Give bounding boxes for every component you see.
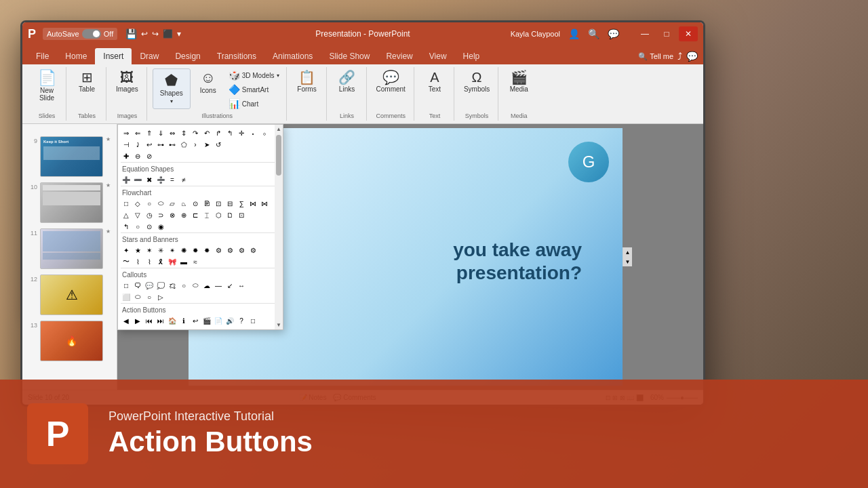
tab-insert[interactable]: Insert <box>95 48 132 64</box>
fc-display[interactable]: ⊏ <box>190 209 201 220</box>
gear4[interactable]: ⚙ <box>248 245 258 256</box>
slide-thumb-9[interactable]: 9 Keep it Short ★ <box>25 135 114 178</box>
comment-btn[interactable]: 💬 <box>686 51 698 62</box>
media-button[interactable]: 🎬 Media <box>504 68 534 95</box>
shape-u-turn[interactable]: ↩ <box>144 139 155 150</box>
shape-notched2[interactable]: ⊷ <box>167 139 178 150</box>
shape-quad-arrow[interactable]: ✛ <box>236 127 247 138</box>
shape-striped[interactable]: ⊶ <box>155 139 166 150</box>
slide-thumb-13[interactable]: 13 🔥 <box>25 319 114 363</box>
fc-loop4[interactable]: ◉ <box>155 221 166 232</box>
star-4pt[interactable]: ✦ <box>121 245 132 256</box>
callout-line[interactable]: — <box>213 280 224 291</box>
fc-oval[interactable]: ⬭ <box>155 198 166 209</box>
shape-left-right-up[interactable]: ⊣ <box>121 139 132 150</box>
eq-minus[interactable]: ➖ <box>132 174 143 185</box>
callout-accent[interactable]: 💬 <box>144 280 155 291</box>
icons-button[interactable]: ☺ Icons <box>193 68 223 96</box>
shape-minus2[interactable]: ⊖ <box>132 150 143 161</box>
comment-button[interactable]: 💬 Comment <box>372 68 410 95</box>
slide-thumb-11[interactable]: 11 ★ <box>25 227 114 270</box>
links-button[interactable]: 🔗 Links <box>332 68 362 95</box>
star-10pt[interactable]: ✺ <box>178 245 189 256</box>
eq-multiply[interactable]: ✖ <box>144 174 155 185</box>
shape-no[interactable]: ⊘ <box>144 150 155 161</box>
star-5pt[interactable]: ★ <box>132 245 143 256</box>
table-button[interactable]: ⊞ Table <box>72 68 102 95</box>
fc-loop3[interactable]: ⊙ <box>144 221 155 232</box>
fc-round[interactable]: ○ <box>144 198 155 209</box>
tab-draw[interactable]: Draw <box>132 48 167 64</box>
text-button[interactable]: A Text <box>420 68 450 95</box>
action-end[interactable]: ⏭ <box>155 315 166 326</box>
callout-rect[interactable]: □ <box>121 280 132 291</box>
canvas-scrollbar[interactable]: ▲ ▼ <box>623 247 632 266</box>
callout-border2[interactable]: 🗯 <box>167 280 178 291</box>
tab-design[interactable]: Design <box>167 48 208 64</box>
fc-storeddata[interactable]: ◷ <box>144 209 155 220</box>
new-slide-button[interactable]: 📄 New Slide <box>32 68 62 104</box>
shape-chevron[interactable]: › <box>190 139 201 150</box>
fc-cylinder[interactable]: ⊙ <box>190 198 201 209</box>
fc-sort[interactable]: ⋈ <box>259 198 270 209</box>
star-8pt[interactable]: ✴ <box>167 245 178 256</box>
shapes-scroll-down[interactable]: ▼ <box>275 321 283 329</box>
callout-right[interactable]: ▷ <box>155 291 166 302</box>
shape-plus[interactable]: ✚ <box>121 150 132 161</box>
shapes-scroll-thumb[interactable] <box>276 135 281 176</box>
chart-button[interactable]: 📊 Chart <box>226 97 282 110</box>
banner-wave[interactable]: 〜 <box>121 256 132 267</box>
shape-curved-right[interactable]: ↷ <box>190 127 201 138</box>
fc-collate[interactable]: ⋈ <box>248 198 258 209</box>
callout-bent[interactable]: ↙ <box>224 280 235 291</box>
gear1[interactable]: ⚙ <box>213 245 224 256</box>
comments-icon[interactable]: 💬 <box>608 28 619 39</box>
search-icon[interactable]: 🔍 <box>588 28 599 39</box>
share-icon[interactable]: 👤 <box>568 28 580 39</box>
shape-strip[interactable]: ⬦ <box>259 127 270 138</box>
eq-divide[interactable]: ➗ <box>155 174 166 185</box>
save-icon[interactable]: 💾 <box>125 28 137 39</box>
shape-pentagon[interactable]: ⬠ <box>178 139 189 150</box>
shape-arrow-left[interactable]: ⇐ <box>132 127 143 138</box>
shape-arrow-up[interactable]: ⇑ <box>144 127 155 138</box>
eq-equal[interactable]: = <box>167 174 178 185</box>
callout-arrow-rect[interactable]: ⬜ <box>121 291 132 302</box>
images-button[interactable]: 🖼 Images <box>112 68 142 95</box>
callout-arrow-round[interactable]: ⬭ <box>132 291 143 302</box>
shape-notched[interactable]: ⬩ <box>248 127 258 138</box>
star-16pt[interactable]: ✸ <box>201 245 212 256</box>
fc-rect[interactable]: □ <box>121 198 132 209</box>
fc-direct-access[interactable]: ⊕ <box>178 209 189 220</box>
symbols-button[interactable]: Ω Symbols <box>460 68 494 95</box>
shapes-scroll-up[interactable]: ▲ <box>275 125 283 134</box>
autosave-switch[interactable] <box>82 29 101 39</box>
fc-manual-op[interactable]: ⌶ <box>201 209 212 220</box>
shape-bent-left[interactable]: ↰ <box>224 127 235 138</box>
action-sound[interactable]: 🔊 <box>224 315 235 326</box>
fc-merge[interactable]: ▽ <box>132 209 143 220</box>
shapes-scroll-area[interactable]: ⇒ ⇐ ⇑ ⇓ ⇔ ⇕ ↷ ↶ ↱ ↰ ✛ ⬩ ⬦ <box>118 125 283 329</box>
shape-arrow-down[interactable]: ⇓ <box>155 127 166 138</box>
shapes-scrollbar[interactable]: ▲ ▼ <box>275 125 283 329</box>
action-blank[interactable]: □ <box>248 315 258 326</box>
slide-thumb-12[interactable]: 12 ⚠ <box>25 273 114 317</box>
present-icon[interactable]: ⬛ <box>163 29 173 39</box>
tab-view[interactable]: View <box>421 48 455 64</box>
tab-slideshow[interactable]: Slide Show <box>321 48 378 64</box>
fc-card[interactable]: ⊟ <box>224 198 235 209</box>
fc-delay[interactable]: ⊃ <box>155 209 166 220</box>
tab-help[interactable]: Help <box>455 48 488 64</box>
maximize-button[interactable]: □ <box>657 26 676 41</box>
eq-plus[interactable]: ➕ <box>121 174 132 185</box>
callout-arrow-oval[interactable]: ○ <box>144 291 155 302</box>
shape-arrow-both-v[interactable]: ⇕ <box>178 127 189 138</box>
star-6pt[interactable]: ✶ <box>144 245 155 256</box>
gear2[interactable]: ⚙ <box>224 245 235 256</box>
star-12pt[interactable]: ✹ <box>190 245 201 256</box>
callout-cloud[interactable]: ☁ <box>201 280 212 291</box>
banner-scroll-h[interactable]: ⌇ <box>132 256 143 267</box>
3d-models-button[interactable]: 🎲 3D Models ▾ <box>226 68 282 82</box>
action-forward[interactable]: ▶ <box>132 315 143 326</box>
action-return[interactable]: ↩ <box>190 315 201 326</box>
